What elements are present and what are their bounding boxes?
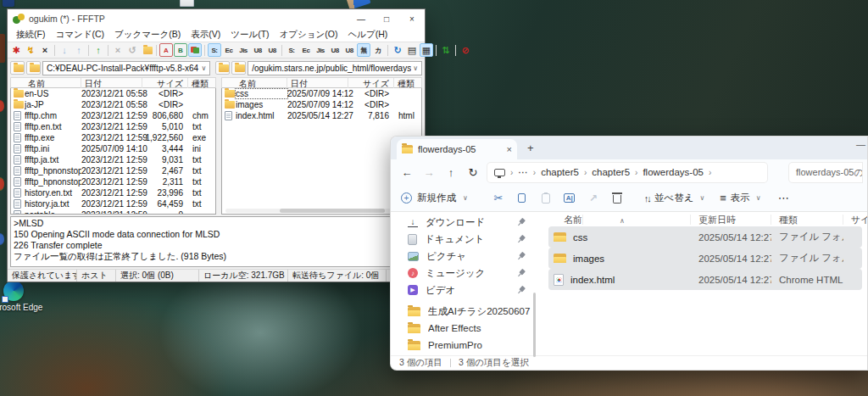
paste-button[interactable] (534, 188, 558, 209)
remote-path-combobox[interactable]: /ogukim.stars.ne.jp/public_html/flowerda… (248, 61, 422, 75)
menu-command[interactable]: コマンド(C) (50, 29, 109, 41)
table-row[interactable]: ffftp.en.txt2023/12/21 12:595,010txt (11, 121, 215, 132)
refresh-button[interactable]: ↻ (462, 162, 484, 182)
table-row[interactable]: ja-JP2023/12/21 05:58<DIR> (11, 99, 215, 110)
remote-enc-utf8-icon[interactable]: U8 (328, 43, 342, 57)
new-button[interactable]: + 新規作成 ∨ (401, 192, 468, 204)
col-modified[interactable]: 更新日時 (691, 215, 771, 225)
horizontal-scrollbar[interactable] (225, 209, 418, 213)
table-row[interactable]: history.en.txt2023/12/21 12:5923,996txt (11, 187, 215, 198)
menu-tools[interactable]: ツール(T) (225, 29, 274, 41)
disconnect-icon[interactable]: × (38, 43, 52, 57)
table-row[interactable]: en-US2023/12/21 05:58<DIR> (11, 88, 215, 99)
make-folder-icon[interactable] (140, 43, 153, 57)
delete-button[interactable] (605, 188, 629, 209)
list-view-icon[interactable]: ▤ (405, 43, 419, 57)
rename-button[interactable]: A| (558, 188, 581, 209)
breadcrumb-item[interactable]: flowerdays-05 (640, 167, 706, 177)
close-button[interactable]: × (399, 10, 425, 27)
sidebar-item-folder[interactable]: 生成AI20250614 (391, 354, 537, 355)
desktop-icon-partial[interactable] (0, 177, 4, 191)
encoding-sjis-icon[interactable]: S: (208, 43, 221, 57)
table-row[interactable]: history.ja.txt2023/12/21 12:5964,459txt (11, 198, 215, 209)
breadcrumb-ellipsis[interactable]: ⋯ (515, 166, 531, 178)
sidebar-item-pictures[interactable]: ピクチャ (391, 248, 537, 265)
new-tab-button[interactable]: + (527, 142, 534, 154)
table-row[interactable]: css 2025/05/14 12:27 ファイル フォルダー (548, 226, 862, 248)
maximize-button[interactable]: □ (374, 10, 399, 27)
detail-view-icon[interactable]: ▦ (420, 43, 433, 57)
minimize-button[interactable]: — (348, 10, 374, 27)
encoding-utf8-icon[interactable]: U8 (251, 43, 264, 57)
menu-help[interactable]: ヘルプ(H) (343, 29, 393, 41)
table-row[interactable]: index.html 2025/05/14 12:27 Chrome HTML … (548, 269, 862, 290)
sort-icon[interactable]: ⇅ (439, 43, 453, 57)
menu-options[interactable]: オプション(O) (275, 29, 343, 41)
table-row[interactable]: ffftp.exe2023/12/21 12:591,922,560exe (11, 132, 215, 143)
local-folder-open-button[interactable] (26, 61, 41, 75)
remote-enc-sjis-icon[interactable]: S: (285, 43, 298, 57)
desktop-icon-partial[interactable] (0, 34, 5, 63)
remote-enc-jis-icon[interactable]: Jis (314, 43, 327, 57)
breadcrumb-item[interactable]: chapter5 (589, 167, 632, 177)
remote-enc-utf8bom-icon[interactable]: U8 (342, 43, 356, 57)
table-row[interactable]: index.html2025/05/14 12:277,816html (222, 110, 421, 121)
ascii-mode-icon[interactable]: A (159, 43, 173, 57)
table-row[interactable]: ffftp.chm2023/12/21 12:59806,680chm (11, 110, 215, 121)
conversion-none-icon[interactable]: 無 (357, 43, 370, 57)
undo-icon[interactable]: ↺ (125, 43, 139, 57)
remote-enc-euc-icon[interactable]: Ec (299, 43, 313, 57)
local-path-combobox[interactable]: C:¥DEAU-PC-Install-Pack¥ffftp-v5.8-x64∨ (42, 61, 210, 75)
ffftp-titlebar[interactable]: ogukim (*) - FFFTP — □ × (8, 9, 425, 28)
table-row[interactable]: ffftp.ja.txt2023/12/21 12:599,031txt (11, 154, 215, 165)
forward-button[interactable]: → (418, 162, 440, 182)
col-type[interactable]: 種類 (771, 215, 843, 225)
desktop-icon-partial[interactable] (0, 100, 4, 112)
scrollbar-thumb[interactable] (280, 209, 386, 213)
back-button[interactable]: ← (396, 162, 418, 182)
sidebar-item-videos[interactable]: ▶ビデオ (391, 282, 537, 298)
table-row[interactable]: ffftp_hpnonstop.ja.txt2023/12/21 12:592,… (11, 176, 215, 187)
menu-bookmark[interactable]: ブックマーク(B) (109, 29, 186, 41)
encoding-utf8bom-icon[interactable]: U8 (265, 43, 279, 57)
quick-connect-icon[interactable]: ↯ (24, 43, 37, 57)
sidebar-scrollbar[interactable] (533, 293, 536, 357)
tab-flowerdays-05[interactable]: flowerdays-05 × (397, 139, 517, 159)
sidebar-item-downloads[interactable]: ↓ダウンロード (391, 214, 537, 231)
up-button[interactable]: ↑ (440, 162, 462, 182)
table-row[interactable]: portable2023/12/21 12:590 (11, 209, 215, 215)
edge-icon[interactable] (3, 281, 24, 301)
connect-icon[interactable]: ✱ (9, 43, 23, 57)
table-row[interactable]: ffftp.ini2025/07/09 14:103,444ini (11, 143, 215, 154)
binary-mode-icon[interactable]: B (174, 43, 187, 57)
share-button[interactable]: ↗ (581, 188, 605, 209)
cut-button[interactable]: ✂ (487, 188, 510, 209)
breadcrumb-item[interactable]: chapter5 (538, 167, 581, 177)
col-name[interactable]: 名前∧ (548, 215, 691, 225)
col-size[interactable]: サイズ (843, 215, 867, 225)
auto-mode-icon[interactable] (188, 43, 202, 57)
encoding-jis-icon[interactable]: Jis (236, 43, 250, 57)
menu-connect[interactable]: 接続(F) (11, 29, 50, 41)
sidebar-item-folder[interactable]: PremiumPro (391, 337, 537, 354)
table-row[interactable]: images2025/07/09 14:12<DIR> (222, 99, 421, 110)
view-button[interactable]: ≡ 表示 ∨ (720, 192, 760, 204)
more-options-button[interactable]: ⋯ (778, 192, 789, 204)
sidebar-item-folder[interactable]: 生成AIチラシ20250607 (391, 303, 537, 320)
delete-icon[interactable]: × (111, 43, 125, 57)
sidebar-item-music[interactable]: ♪ミュージック (391, 265, 537, 282)
sidebar-item-folder[interactable]: After Effects (391, 320, 537, 337)
local-folder-up-button[interactable] (10, 61, 25, 75)
tab-close-icon[interactable]: × (507, 144, 512, 154)
remote-folder-open-button[interactable] (231, 61, 246, 75)
copy-button[interactable] (510, 188, 534, 209)
remote-folder-up-button[interactable] (215, 61, 230, 75)
breadcrumb[interactable]: › ⋯ › chapter5 › chapter5 › flowerdays-0… (487, 163, 767, 182)
table-row[interactable]: css2025/07/09 14:12<DIR> (222, 88, 421, 99)
desktop-document-icon[interactable] (180, 0, 194, 7)
menu-view[interactable]: 表示(V) (186, 29, 225, 41)
search-input[interactable]: flowerdays-05の検索 (789, 163, 862, 182)
upload-all-icon[interactable]: ↑ (92, 43, 105, 57)
download-icon[interactable]: ↓ (58, 43, 71, 57)
window-minimize-button[interactable]: — (856, 139, 865, 149)
